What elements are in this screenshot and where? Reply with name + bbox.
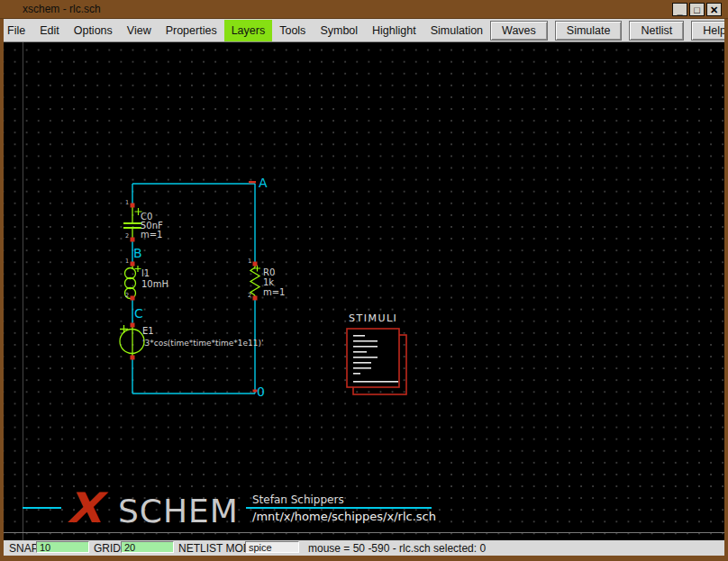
close-icon[interactable]: ✕	[706, 3, 722, 16]
inductor-value[interactable]: 10mH	[141, 280, 168, 289]
menu-symbol[interactable]: Symbol	[313, 20, 365, 41]
capacitor-pin-1: 1	[125, 200, 129, 206]
schematic-canvas[interactable]: A B C 0 C0 50nF m=1 1 2 l1 10mH 1 2 R0 1…	[4, 42, 724, 540]
capacitor-pin-2: 2	[125, 233, 129, 240]
net-label-gnd[interactable]: 0	[257, 385, 265, 399]
waves-button[interactable]: Waves	[490, 21, 548, 41]
snap-input[interactable]: 10	[36, 541, 89, 553]
window-border-right	[724, 19, 728, 561]
mouse-status: mouse = 50 -590 - rlc.sch selected: 0	[308, 542, 486, 555]
grid-input[interactable]: 20	[121, 541, 174, 553]
resistor-value[interactable]: 1k	[263, 278, 274, 287]
maximize-icon[interactable]: □	[689, 3, 705, 16]
window-border-bottom	[0, 556, 728, 561]
netlist-mode-input[interactable]: spice	[245, 541, 299, 553]
menu-view[interactable]: View	[120, 20, 159, 41]
simulate-button[interactable]: Simulate	[555, 21, 623, 41]
resistor-symbol[interactable]	[250, 264, 260, 298]
minimize-icon[interactable]: _	[672, 3, 687, 16]
resistor-mult[interactable]: m=1	[263, 288, 285, 297]
menu-simulation[interactable]: Simulation	[423, 20, 490, 41]
titleblock-filepath[interactable]: /mnt/x/home/schippes/x/rlc.sch	[252, 510, 436, 523]
net-label-c[interactable]: C	[134, 306, 143, 321]
titlebar[interactable]: xschem - rlc.sch _ □ ✕	[0, 0, 728, 19]
menu-options[interactable]: Options	[67, 20, 120, 41]
capacitor-mult[interactable]: m=1	[141, 231, 162, 240]
menu-edit[interactable]: Edit	[32, 20, 67, 41]
voltage-source-symbol[interactable]	[120, 325, 144, 357]
menu-file[interactable]: File	[0, 20, 32, 41]
inductor-pin-1: 1	[125, 258, 129, 265]
menubar-buttons: Waves Simulate Netlist Help	[490, 21, 728, 41]
net-label-a[interactable]: A	[259, 176, 268, 190]
schematic-drawing	[4, 42, 724, 540]
menu-properties[interactable]: Properties	[159, 20, 224, 41]
window-border-left	[0, 19, 4, 561]
stimuli-label[interactable]: STIMULI	[349, 312, 397, 324]
titleblock-author[interactable]: Stefan Schippers	[252, 493, 344, 506]
resistor-pin-2: 2	[248, 293, 251, 299]
help-button[interactable]: Help	[691, 21, 728, 41]
source-value[interactable]: '3*cos(time*time*time*1e11)'	[142, 339, 264, 348]
statusbar: SNAP: 10 GRID: 20 NETLIST MODE: spice mo…	[4, 540, 724, 556]
net-label-b[interactable]: B	[133, 246, 142, 260]
inductor-pin-2: 2	[125, 293, 129, 299]
titleblock-line-left	[23, 507, 61, 509]
menu-tools[interactable]: Tools	[272, 20, 313, 41]
resistor-name[interactable]: R0	[263, 268, 275, 277]
xschem-window: xschem - rlc.sch _ □ ✕ File Edit Options…	[0, 0, 728, 561]
window-title: xschem - rlc.sch	[23, 0, 101, 19]
grid-label: GRID:	[94, 542, 123, 555]
inductor-name[interactable]: l1	[141, 269, 150, 278]
menu-highlight[interactable]: Highlight	[365, 20, 423, 41]
xschem-logo-text[interactable]: SCHEM	[118, 495, 239, 528]
resistor-pin-1: 1	[248, 258, 251, 265]
titleblock-line-right	[246, 507, 432, 509]
source-name[interactable]: E1	[142, 327, 154, 336]
menu-layers[interactable]: Layers	[224, 20, 273, 41]
window-controls: _ □ ✕	[672, 3, 722, 16]
stimuli-launcher[interactable]	[347, 329, 406, 394]
xschem-logo-x[interactable]: X	[67, 489, 102, 527]
netlist-button[interactable]: Netlist	[629, 21, 684, 41]
menubar: File Edit Options View Properties Layers…	[0, 19, 728, 42]
